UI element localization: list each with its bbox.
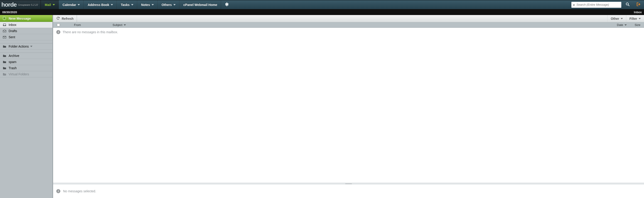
settings-button[interactable] (221, 0, 232, 9)
refresh-button[interactable]: Refresh (53, 15, 77, 22)
brand: horde Groupware 5.2.22 (0, 0, 41, 9)
nav-notes[interactable]: Notes (137, 0, 158, 9)
nav-notes-label: Notes (141, 3, 150, 7)
column-headers: From Subject Date Size (53, 22, 644, 28)
svg-marker-3 (131, 4, 134, 6)
drafts-icon (2, 29, 7, 33)
sidebar-item-archive[interactable]: Archive (0, 53, 52, 59)
nav-address-book-label: Address Book (88, 3, 109, 7)
nav-others[interactable]: Others (158, 0, 180, 9)
svg-marker-11 (621, 18, 623, 19)
new-message-button[interactable]: + New Message (0, 15, 52, 22)
folder-icon (2, 61, 7, 63)
sidebar-item-sent[interactable]: Sent (0, 34, 52, 40)
logout-icon (636, 2, 640, 7)
filter-dropdown[interactable]: Filter (626, 15, 644, 22)
message-toolbar: Refresh Other Filter (53, 15, 644, 22)
svg-marker-4 (152, 4, 154, 6)
nav-address-book[interactable]: Address Book (84, 0, 117, 9)
chevron-down-icon (173, 4, 176, 6)
sidebar-item-label: Trash (8, 66, 16, 70)
sidebar-item-virtual-folders[interactable]: Virtual Folders (0, 71, 52, 77)
column-from[interactable]: From (72, 23, 111, 27)
current-date: 08/30/2020 (2, 11, 17, 14)
chevron-down-icon (111, 4, 113, 6)
nav-cpanel-home[interactable]: cPanel Webmail Home (180, 0, 221, 9)
sent-icon (2, 36, 7, 39)
topbar-right (572, 0, 644, 9)
column-subject-label: Subject (112, 23, 122, 27)
inbox-icon (2, 23, 7, 26)
nav-others-label: Others (162, 3, 172, 7)
new-message-label: New Message (8, 16, 31, 20)
search-input[interactable] (576, 3, 620, 6)
gear-icon (224, 2, 229, 7)
preview-empty-text: No messages selected. (63, 189, 96, 193)
chevron-down-icon (621, 18, 623, 19)
svg-marker-0 (53, 4, 55, 6)
search-icon (626, 2, 630, 7)
column-date-label: Date (617, 23, 623, 27)
chevron-down-icon (53, 4, 55, 6)
folder-icon (2, 45, 7, 48)
column-size-label: Size (635, 23, 640, 27)
nav-mail-label: Mail (45, 3, 51, 7)
nav-cpanel-home-label: cPanel Webmail Home (183, 3, 217, 7)
sidebar-item-label: spam (8, 60, 16, 64)
svg-marker-5 (173, 4, 176, 6)
content-pane: Refresh Other Filter From (53, 15, 644, 198)
svg-line-8 (628, 5, 630, 6)
sidebar-separator (0, 50, 52, 53)
nav-mail[interactable]: Mail (41, 0, 58, 9)
column-subject[interactable]: Subject (111, 23, 610, 27)
sidebar-item-spam[interactable]: spam (0, 59, 52, 65)
folder-icon (2, 67, 7, 70)
sidebar-item-drafts[interactable]: Drafts (0, 28, 52, 34)
svg-marker-1 (78, 4, 80, 6)
chevron-down-icon[interactable] (573, 3, 575, 7)
sidebar: + New Message Inbox Drafts Sent (0, 15, 53, 198)
top-navbar: horde Groupware 5.2.22 Mail Calendar Add… (0, 0, 644, 9)
message-list[interactable]: i There are no messages in this mailbox. (53, 28, 644, 183)
logout-button[interactable] (634, 2, 642, 7)
main-area: + New Message Inbox Drafts Sent (0, 15, 644, 198)
chevron-down-icon (624, 24, 627, 26)
svg-marker-9 (30, 46, 32, 47)
svg-marker-6 (573, 5, 575, 6)
svg-marker-12 (638, 18, 641, 19)
nav-calendar-label: Calendar (63, 3, 76, 7)
chevron-down-icon (638, 18, 641, 19)
sidebar-separator (0, 40, 52, 43)
column-from-label: From (74, 23, 81, 27)
search-box[interactable] (572, 2, 621, 8)
chevron-down-icon (124, 24, 126, 26)
breadcrumb-bar: 08/30/2020 Inbox (0, 9, 644, 15)
virtual-folder-icon (2, 73, 7, 76)
folder-actions-dropdown[interactable]: Folder Actions (0, 43, 52, 50)
svg-rect-10 (4, 74, 6, 74)
nav-tasks[interactable]: Tasks (117, 0, 137, 9)
column-size[interactable]: Size (628, 23, 644, 27)
sidebar-item-trash[interactable]: Trash (0, 65, 52, 71)
nav-calendar[interactable]: Calendar (59, 0, 84, 9)
chevron-down-icon (30, 46, 32, 47)
column-date[interactable]: Date (610, 23, 628, 27)
other-label: Other (611, 17, 619, 21)
svg-point-7 (626, 3, 628, 5)
sidebar-item-inbox[interactable]: Inbox (0, 22, 52, 28)
svg-marker-2 (111, 4, 113, 6)
nav-tasks-label: Tasks (121, 3, 130, 7)
sidebar-item-label: Archive (8, 54, 19, 58)
select-all-checkbox[interactable] (53, 24, 64, 26)
current-mailbox: Inbox (634, 11, 642, 14)
other-dropdown[interactable]: Other (607, 15, 626, 22)
folder-actions-label: Folder Actions (8, 45, 29, 48)
info-icon: i (56, 30, 60, 34)
brand-logo: horde (1, 1, 16, 8)
sidebar-item-label: Virtual Folders (8, 72, 29, 76)
empty-mailbox-text: There are no messages in this mailbox. (63, 30, 118, 34)
preview-pane: i No messages selected. (53, 184, 644, 198)
pane-splitter[interactable] (53, 183, 644, 184)
plus-icon: + (2, 16, 6, 21)
search-button[interactable] (624, 2, 632, 7)
